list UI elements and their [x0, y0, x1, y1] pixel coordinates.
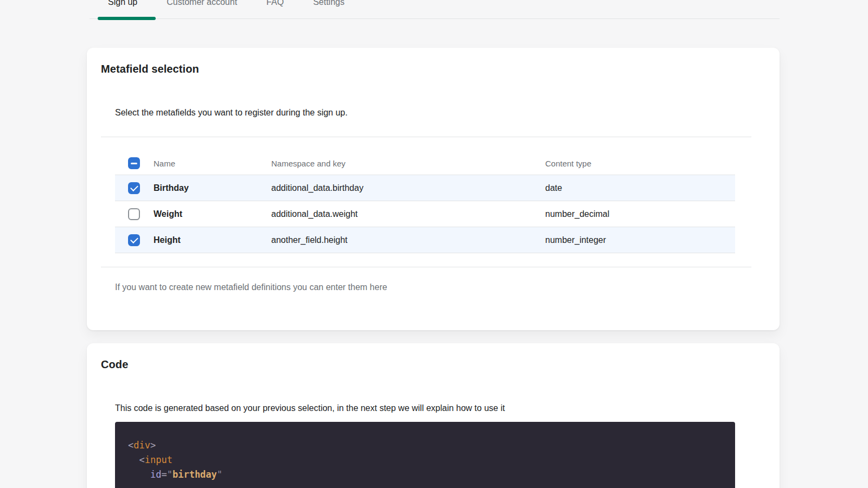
code-block: <div> <input id="birthday" [115, 422, 735, 488]
select-all-checkbox[interactable] [128, 157, 140, 169]
column-header-namespace: Namespace and key [271, 159, 545, 168]
metafield-table-body: Birthday additional_data.birthday date W… [115, 175, 735, 253]
row-checkbox[interactable] [128, 234, 140, 246]
metafield-selection-card: Metafield selection Select the metafield… [87, 48, 780, 330]
row-namespace-key: additional_data.weight [271, 209, 545, 219]
column-header-content-type: Content type [545, 159, 735, 168]
row-name: Weight [154, 209, 271, 219]
select-all-cell [115, 157, 154, 169]
divider [101, 137, 751, 137]
row-checkbox-cell [115, 234, 154, 246]
tab-sign-up[interactable]: Sign up [108, 0, 137, 8]
tab-bar-underline [90, 18, 780, 19]
column-header-name: Name [154, 159, 271, 168]
row-content-type: date [545, 183, 735, 193]
tab-customer-account[interactable]: Customer account [167, 0, 237, 8]
row-checkbox[interactable] [128, 208, 140, 220]
row-content-type: number_decimal [545, 209, 735, 219]
row-name: Birthday [154, 183, 271, 193]
metafield-table-header: Name Namespace and key Content type [115, 152, 735, 175]
row-checkbox-cell [115, 182, 154, 194]
row-checkbox-cell [115, 208, 154, 220]
row-namespace-key: additional_data.birthday [271, 183, 545, 193]
divider [101, 267, 751, 267]
table-row[interactable]: Height another_field.height number_integ… [115, 227, 735, 253]
code-line: <div> [128, 438, 722, 453]
code-line: id="birthday" [128, 467, 722, 482]
table-row[interactable]: Birthday additional_data.birthday date [115, 175, 735, 201]
code-card-title: Code [101, 358, 128, 371]
tab-settings[interactable]: Settings [313, 0, 344, 8]
tab-faq[interactable]: FAQ [266, 0, 284, 8]
row-name: Height [154, 235, 271, 245]
row-namespace-key: another_field.height [271, 235, 545, 245]
metafield-card-title: Metafield selection [101, 63, 199, 75]
code-card-description: This code is generated based on your pre… [115, 402, 505, 415]
code-line: <input [128, 453, 722, 467]
metafield-card-description: Select the metafields you want to regist… [115, 106, 348, 119]
metafield-footer-note: If you want to create new metafield defi… [115, 281, 387, 294]
active-tab-indicator [98, 17, 156, 20]
tab-strip: Sign upCustomer accountFAQSettings [0, 0, 868, 22]
metafield-table: Name Namespace and key Content type Birt… [115, 152, 735, 253]
code-card: Code This code is generated based on you… [87, 343, 780, 488]
row-checkbox[interactable] [128, 182, 140, 194]
tab-bar: Sign upCustomer accountFAQSettings [108, 0, 344, 8]
row-content-type: number_integer [545, 235, 735, 245]
table-row[interactable]: Weight additional_data.weight number_dec… [115, 201, 735, 227]
